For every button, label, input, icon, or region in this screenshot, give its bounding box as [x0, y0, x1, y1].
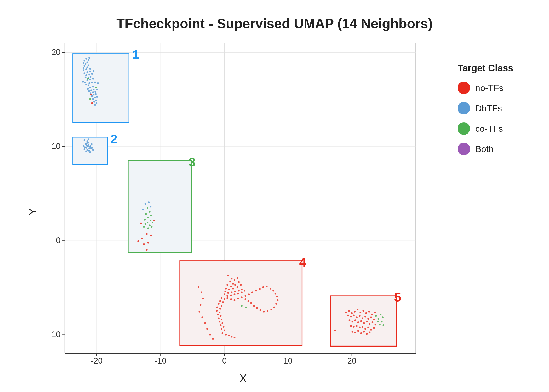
- svg-point-122: [149, 211, 151, 213]
- svg-point-166: [227, 292, 229, 294]
- svg-point-89: [87, 78, 89, 80]
- svg-point-199: [225, 334, 227, 336]
- svg-point-163: [237, 286, 238, 288]
- svg-point-298: [381, 321, 383, 323]
- svg-point-49: [87, 88, 89, 90]
- svg-point-33: [96, 102, 98, 104]
- svg-point-254: [371, 314, 373, 315]
- svg-point-172: [226, 295, 228, 297]
- svg-point-227: [253, 305, 255, 307]
- svg-point-289: [363, 331, 365, 333]
- svg-point-68: [91, 73, 93, 75]
- svg-point-117: [84, 139, 85, 141]
- svg-point-211: [255, 290, 257, 292]
- svg-point-154: [237, 277, 238, 279]
- legend-dot-dbtfs: [458, 102, 470, 114]
- legend-label-dbtfs: DbTFs: [475, 103, 502, 113]
- svg-point-78: [84, 65, 85, 67]
- svg-point-247: [351, 312, 353, 314]
- svg-point-54: [88, 82, 90, 84]
- svg-point-184: [216, 307, 218, 308]
- svg-point-269: [357, 321, 359, 323]
- svg-point-275: [375, 324, 376, 326]
- svg-point-198: [222, 332, 224, 334]
- svg-point-265: [373, 319, 375, 320]
- svg-point-46: [90, 89, 92, 91]
- svg-point-133: [147, 227, 149, 229]
- svg-point-171: [224, 293, 225, 295]
- legend-dot-notfs: [458, 82, 470, 94]
- svg-point-161: [228, 289, 230, 291]
- svg-point-173: [230, 295, 232, 296]
- svg-point-261: [362, 318, 363, 319]
- x-axis-label: X: [42, 372, 444, 387]
- svg-point-96: [88, 148, 90, 150]
- svg-point-203: [226, 297, 228, 299]
- svg-point-214: [266, 286, 268, 288]
- svg-point-112: [91, 147, 93, 149]
- svg-point-223: [267, 310, 268, 312]
- svg-point-234: [200, 304, 202, 306]
- svg-point-277: [353, 326, 355, 328]
- svg-point-229: [248, 300, 249, 302]
- svg-point-140: [141, 238, 143, 239]
- svg-point-273: [369, 323, 371, 325]
- svg-point-156: [226, 284, 228, 286]
- svg-point-230: [245, 298, 247, 300]
- svg-point-222: [271, 309, 272, 311]
- svg-point-52: [88, 85, 89, 87]
- svg-point-58: [84, 82, 86, 84]
- svg-point-286: [354, 332, 356, 334]
- svg-point-53: [85, 84, 87, 85]
- svg-point-215: [270, 288, 271, 290]
- svg-point-98: [88, 144, 89, 146]
- svg-point-113: [92, 149, 94, 151]
- svg-point-88: [95, 87, 97, 88]
- svg-point-80: [85, 63, 87, 65]
- svg-point-160: [225, 288, 227, 290]
- svg-point-56: [94, 81, 96, 83]
- svg-text:10: 10: [52, 142, 60, 151]
- svg-point-164: [240, 284, 242, 286]
- legend-label-cotfs: co-TFs: [475, 124, 503, 134]
- svg-text:2: 2: [110, 132, 117, 146]
- svg-point-79: [88, 65, 89, 66]
- svg-point-226: [256, 307, 258, 309]
- svg-point-110: [87, 142, 89, 144]
- svg-point-258: [353, 315, 355, 316]
- svg-point-102: [84, 146, 86, 148]
- svg-rect-30: [73, 54, 129, 122]
- svg-point-241: [241, 305, 243, 307]
- svg-point-36: [92, 98, 94, 100]
- svg-text:20: 20: [52, 48, 60, 57]
- svg-point-37: [94, 97, 96, 99]
- svg-point-65: [90, 76, 92, 78]
- svg-point-196: [221, 328, 222, 330]
- svg-point-236: [202, 316, 203, 318]
- svg-point-256: [347, 315, 349, 316]
- svg-point-291: [369, 331, 371, 333]
- svg-point-189: [220, 315, 222, 317]
- svg-text:0: 0: [56, 236, 60, 245]
- svg-point-183: [221, 305, 222, 307]
- svg-point-106: [84, 148, 85, 150]
- svg-point-194: [220, 324, 222, 326]
- svg-point-257: [350, 316, 352, 318]
- svg-point-125: [147, 217, 149, 219]
- svg-rect-243: [331, 296, 397, 346]
- svg-point-83: [84, 60, 85, 62]
- svg-point-126: [144, 219, 146, 221]
- svg-point-147: [142, 209, 144, 211]
- svg-point-188: [217, 314, 219, 315]
- svg-point-239: [209, 334, 211, 336]
- svg-point-266: [349, 319, 351, 321]
- svg-point-107: [85, 151, 87, 153]
- legend-item-both: Both: [458, 143, 515, 155]
- svg-point-85: [85, 58, 87, 60]
- svg-point-216: [272, 290, 274, 292]
- svg-point-168: [234, 291, 236, 292]
- svg-point-270: [360, 320, 362, 322]
- svg-point-134: [151, 226, 153, 228]
- svg-point-246: [348, 310, 350, 312]
- svg-point-90: [91, 102, 93, 104]
